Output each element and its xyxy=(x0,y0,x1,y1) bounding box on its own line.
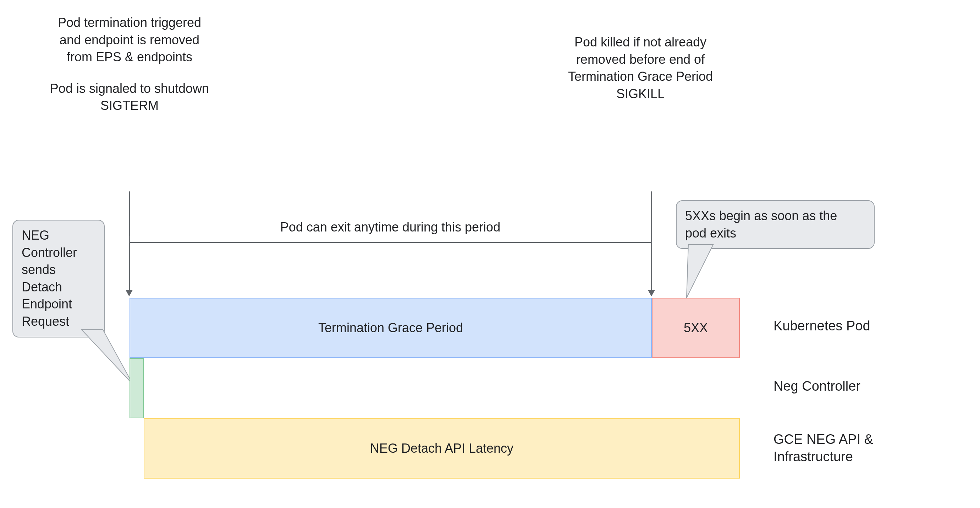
annotation-line: from EPS & endpoints xyxy=(30,49,229,66)
annotation-line: Pod termination triggered xyxy=(30,14,229,32)
arrow-head-sigterm xyxy=(126,290,133,296)
span-label-exit-window: Pod can exit anytime during this period xyxy=(241,220,539,235)
annotation-line: Pod killed if not already xyxy=(525,34,756,51)
callout-line: pod exits xyxy=(685,225,865,242)
annotation-line: removed before end of xyxy=(525,51,756,68)
callout-line: 5XXs begin as soon as the xyxy=(685,207,865,225)
svg-marker-0 xyxy=(82,330,133,385)
callout-line: sends xyxy=(22,261,95,279)
row-label-kubernetes-pod: Kubernetes Pod xyxy=(773,317,870,335)
row-label-neg-controller: Neg Controller xyxy=(773,378,861,395)
annotation-line: and endpoint is removed xyxy=(30,32,229,49)
callout-tail-5xx xyxy=(681,244,724,301)
callout-line: NEG xyxy=(22,227,95,244)
annotation-sigterm: Pod termination triggered and endpoint i… xyxy=(30,14,229,114)
arrow-head-sigkill xyxy=(648,290,655,296)
bar-label: NEG Detach API Latency xyxy=(370,441,514,456)
annotation-line: SIGKILL xyxy=(525,86,756,103)
annotation-line: Pod is signaled to shutdown xyxy=(30,80,229,97)
bar-5xx: 5XX xyxy=(652,298,740,358)
bar-label: 5XX xyxy=(684,321,708,335)
annotation-sigkill: Pod killed if not already removed before… xyxy=(525,34,756,102)
callout-line: Controller xyxy=(22,244,95,262)
bar-termination-grace-period: Termination Grace Period xyxy=(129,298,652,358)
callout-5xx: 5XXs begin as soon as the pod exits xyxy=(676,200,875,249)
svg-marker-1 xyxy=(687,244,713,298)
callout-line: Endpoint xyxy=(22,296,95,313)
callout-neg-controller: NEG Controller sends Detach Endpoint Req… xyxy=(13,220,105,338)
bar-neg-controller xyxy=(129,358,144,418)
annotation-line: Termination Grace Period xyxy=(525,68,756,86)
callout-line: Request xyxy=(22,313,95,330)
row-label-gce-neg-api: GCE NEG API & Infrastructure xyxy=(773,431,923,466)
bar-neg-detach-latency: NEG Detach API Latency xyxy=(144,418,740,479)
bar-label: Termination Grace Period xyxy=(318,321,463,335)
annotation-line: SIGTERM xyxy=(30,97,229,114)
span-bracket-exit-window xyxy=(129,236,652,243)
callout-line: Detach xyxy=(22,279,95,296)
